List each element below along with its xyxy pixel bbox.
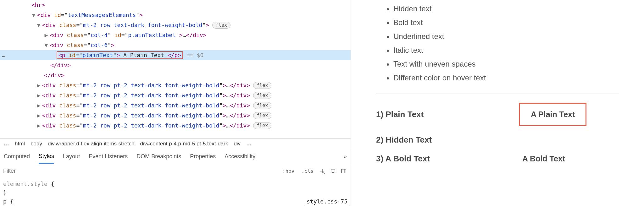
dom-node-row[interactable]: ▶<div class="mt-2 row pt-2 text-dark fon… (0, 100, 351, 111)
new-rule-icon[interactable] (319, 167, 326, 175)
dom-node-row[interactable]: ▶<div class="mt-2 row pt-2 text-dark fon… (0, 111, 351, 121)
row-label: 1) Plain Text (376, 110, 519, 119)
list-item: Italic text (393, 43, 619, 57)
disclosure-right-icon[interactable]: ▶ (36, 90, 41, 100)
tabs-overflow-icon[interactable]: » (344, 153, 347, 160)
row-value: A Bold Text (519, 154, 568, 164)
styles-toolbar: :hov .cls (0, 164, 351, 178)
svg-line-2 (324, 172, 325, 174)
filter-input[interactable] (3, 166, 277, 176)
disclosure-down-icon[interactable]: ▼ (36, 20, 41, 30)
dom-node-row[interactable]: ▼<div class="mt-2 row text-dark font-wei… (0, 20, 351, 30)
dom-node-selected[interactable]: … <p id="plainText"> A Plain Text </p> =… (0, 50, 351, 60)
dom-node-container[interactable]: ▼<div id="textMessagesElements"> (0, 10, 351, 20)
breadcrumb-overflow-left[interactable]: … (4, 141, 9, 147)
list-item: Hidden text (393, 2, 619, 16)
breadcrumb-item[interactable]: body (31, 141, 42, 147)
breadcrumb-item[interactable]: div#content.p-4.p-md-5.pt-5.text-dark (140, 141, 228, 147)
row-label: 2) Hidden Text (376, 135, 519, 145)
tab-properties[interactable]: Properties (190, 150, 216, 163)
rule-p[interactable]: style.css:75p { (3, 197, 347, 206)
dom-node-row[interactable]: ▶<div class="mt-2 row pt-2 text-dark fon… (0, 121, 351, 131)
list-item: Different color on hover text (393, 71, 619, 85)
list-item: Underlined text (393, 30, 619, 43)
flex-badge[interactable]: flex (253, 102, 271, 109)
overflow-icon[interactable]: … (2, 50, 5, 60)
styles-tabbar: Computed Styles Layout Event Listeners D… (0, 149, 351, 164)
dom-node-col6[interactable]: ▼<div class="col-6"> (0, 40, 351, 50)
toggle-panel-icon[interactable] (340, 167, 347, 175)
disclosure-right-icon[interactable]: ▶ (36, 100, 41, 111)
selection-highlight: <p id="plainText"> A Plain Text </p> (57, 51, 183, 59)
flex-badge[interactable]: flex (253, 112, 271, 119)
source-link[interactable]: style.css:75 (307, 197, 347, 206)
rule-close: } (3, 188, 347, 197)
flex-badge[interactable]: flex (253, 82, 271, 89)
text-row-plain: 1) Plain Text A Plain Text (376, 103, 619, 126)
svg-rect-5 (341, 169, 346, 173)
tab-dom-breakpoints[interactable]: DOM Breakpoints (136, 150, 181, 163)
breadcrumb-item[interactable]: div (234, 141, 241, 147)
list-item: Bold text (393, 16, 619, 30)
tab-event-listeners[interactable]: Event Listeners (89, 150, 128, 163)
dom-node-col4[interactable]: ▶<div class="col-4" id="plainTextLabel">… (0, 30, 351, 40)
tab-layout[interactable]: Layout (63, 150, 80, 163)
disclosure-right-icon[interactable]: ▶ (44, 30, 48, 40)
text-row-bold: 3) A Bold Text A Bold Text (376, 154, 619, 164)
list-item: Text with uneven spaces (393, 57, 619, 71)
disclosure-right-icon[interactable]: ▶ (36, 80, 41, 90)
row-value (519, 139, 525, 141)
tab-styles[interactable]: Styles (39, 150, 54, 164)
svg-rect-3 (331, 169, 335, 172)
console-ref: == $0 (186, 52, 203, 58)
svg-rect-4 (332, 172, 334, 173)
flex-badge[interactable]: flex (212, 22, 230, 29)
disclosure-right-icon[interactable]: ▶ (36, 121, 41, 131)
flex-badge[interactable]: flex (253, 92, 271, 99)
breadcrumb-overflow-right[interactable]: … (246, 141, 252, 147)
dom-node-close[interactable]: </div> (0, 70, 351, 80)
breadcrumb[interactable]: … html body div.wrapper.d-flex.align-ite… (0, 138, 351, 149)
cls-toggle[interactable]: .cls (299, 167, 315, 175)
text-row-hidden: 2) Hidden Text (376, 135, 619, 145)
flex-badge[interactable]: flex (253, 122, 271, 129)
paint-brush-icon[interactable] (329, 167, 337, 175)
style-rules[interactable]: element.style { } style.css:75p { (0, 178, 351, 206)
dom-node-row[interactable]: ▶<div class="mt-2 row pt-2 text-dark fon… (0, 80, 351, 90)
row-value-highlighted: A Plain Text (519, 103, 586, 126)
dom-node-hr[interactable]: <hr> (0, 0, 351, 10)
breadcrumb-item[interactable]: div.wrapper.d-flex.align-items-stretch (48, 141, 135, 147)
row-label: 3) A Bold Text (376, 154, 519, 164)
tab-accessibility[interactable]: Accessibility (225, 150, 255, 163)
bullet-list: Hidden text Bold text Underlined text It… (376, 2, 619, 85)
dom-node-row[interactable]: ▶<div class="mt-2 row pt-2 text-dark fon… (0, 90, 351, 100)
disclosure-right-icon[interactable]: ▶ (36, 111, 41, 121)
rule-element-style[interactable]: element.style { (3, 180, 347, 188)
page-preview: Hidden text Bold text Underlined text It… (351, 0, 644, 206)
disclosure-down-icon[interactable]: ▼ (31, 10, 36, 20)
divider (376, 94, 619, 94)
devtools-panel: <hr> ▼<div id="textMessagesElements"> ▼<… (0, 0, 351, 206)
tab-computed[interactable]: Computed (4, 150, 30, 163)
disclosure-down-icon[interactable]: ▼ (44, 40, 48, 50)
elements-tree[interactable]: <hr> ▼<div id="textMessagesElements"> ▼<… (0, 0, 351, 138)
breadcrumb-item[interactable]: html (15, 141, 25, 147)
dom-node-close[interactable]: </div> (0, 60, 351, 70)
hov-toggle[interactable]: :hov (280, 167, 297, 175)
